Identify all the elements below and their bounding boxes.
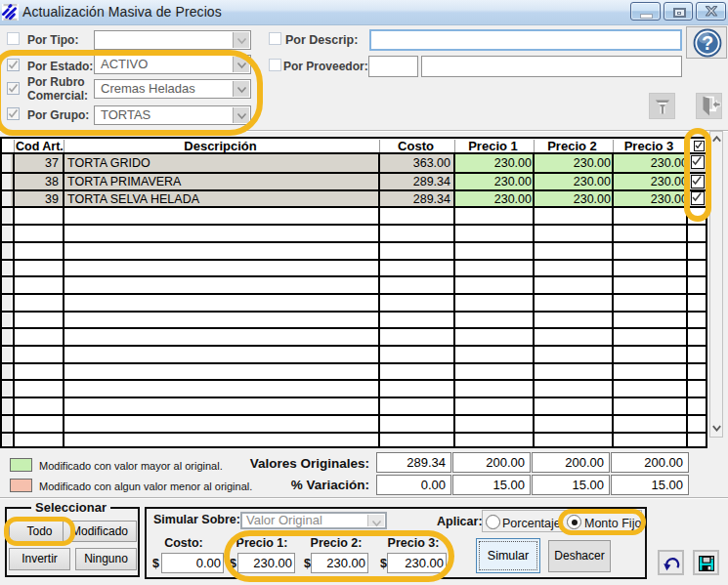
svg-text:?: ?	[702, 32, 713, 54]
